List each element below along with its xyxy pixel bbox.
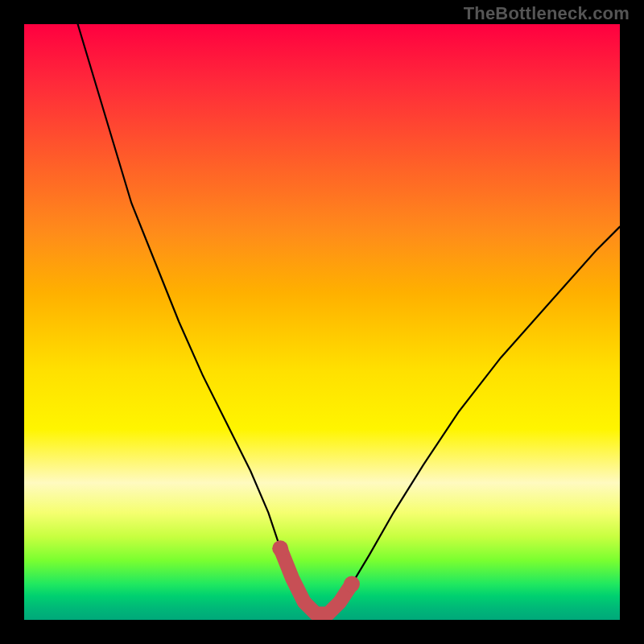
highlight-band [280, 548, 352, 613]
watermark-text: TheBottleneck.com [464, 3, 630, 24]
chart-frame: TheBottleneck.com [0, 0, 644, 644]
plot-area [24, 24, 620, 620]
highlight-dot [344, 576, 360, 592]
curve-layer [24, 24, 620, 620]
highlight-dot [272, 540, 288, 556]
bottleneck-curve [78, 24, 620, 614]
